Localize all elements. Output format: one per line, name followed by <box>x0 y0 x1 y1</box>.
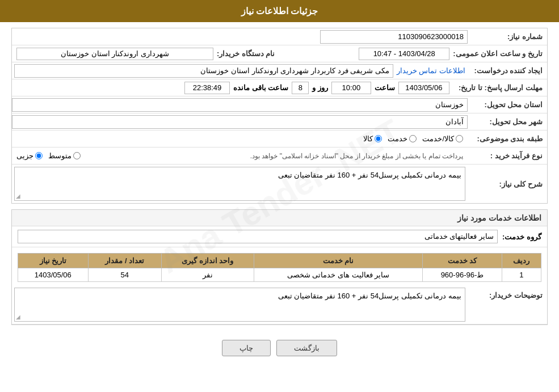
category-option-kala-khedmat-label: کالا/خدمت <box>422 134 454 143</box>
purchase-type-medium[interactable]: متوسط <box>48 151 81 160</box>
response-remaining-label: ساعت باقی مانده <box>233 83 288 92</box>
need-description-label: شرح کلی نیاز: <box>468 178 547 191</box>
page-container: جزئیات اطلاعات نیاز شماره نیاز: 11030906… <box>0 0 559 392</box>
cell-date: 1403/05/06 <box>18 268 89 282</box>
services-table: ردیف کد خدمت نام خدمت واحد اندازه گیری ت… <box>18 253 541 282</box>
creator-row: ایجاد کننده درخواست: اطلاعات تماس خریدار… <box>12 62 547 79</box>
need-description-value: بیمه درمانی تکمیلی پرسنل54 نفر + 160 نفر… <box>14 167 465 201</box>
col-service-name: نام خدمت <box>254 254 422 268</box>
delivery-city-label: شهر محل تحویل: <box>468 115 547 128</box>
col-quantity: تعداد / مقدار <box>88 254 161 268</box>
col-date: تاریخ نیاز <box>18 254 89 268</box>
category-option-kala-label: کالا <box>363 134 373 143</box>
service-group-value: سایر فعالیتهای خدماتی <box>18 230 498 243</box>
resize-handle[interactable]: ◢ <box>16 193 20 199</box>
response-remaining-value: 22:38:49 <box>184 82 230 94</box>
delivery-city-row: شهر محل تحویل: آبادان <box>12 113 547 130</box>
category-label: طبقه بندی موضوعی: <box>468 132 547 145</box>
page-header: جزئیات اطلاعات نیاز <box>0 0 559 22</box>
buyer-notes-row: توضیحات خریدار: بیمه درمانی تکمیلی پرسنل… <box>12 285 547 324</box>
need-number-label: شماره نیاز: <box>468 30 547 43</box>
response-days-value: 8 <box>292 82 309 94</box>
action-buttons: بازگشت چاپ <box>11 331 548 365</box>
date-label: تاریخ و ساعت اعلان عمومی: <box>453 49 543 58</box>
response-time-label: ساعت <box>375 83 395 92</box>
category-option-kala[interactable]: کالا <box>363 134 382 143</box>
main-info-section: شماره نیاز: 1103090623000018 تاریخ و ساع… <box>11 28 548 204</box>
buyer-org-value: شهرداری اروندکنار استان خوزستان <box>16 48 213 60</box>
purchase-type-row: نوع فرآیند خرید : پرداخت تمام یا بخشی از… <box>12 147 547 165</box>
purchase-type-partial-label: جزیی <box>16 151 33 160</box>
date-value: 1403/04/28 - 10:47 <box>359 48 449 60</box>
buyer-notes-value-container: بیمه درمانی تکمیلی پرسنل54 نفر + 160 نفر… <box>12 285 468 324</box>
delivery-province-value: خوزستان <box>12 98 468 112</box>
delivery-province-row: استان محل تحویل: خوزستان <box>12 96 547 113</box>
delivery-province-label: استان محل تحویل: <box>468 98 547 111</box>
services-section: اطلاعات خدمات مورد نیاز گروه خدمت: سایر … <box>11 209 548 325</box>
buyer-notes-label: توضیحات خریدار: <box>468 285 547 303</box>
category-row: طبقه بندی موضوعی: کالا/خدمت خدمت کالا <box>12 130 547 147</box>
category-option-khedmat-label: خدمت <box>388 134 407 143</box>
services-table-container: ردیف کد خدمت نام خدمت واحد اندازه گیری ت… <box>12 247 547 285</box>
back-button[interactable]: بازگشت <box>276 340 337 356</box>
need-description-row: شرح کلی نیاز: بیمه درمانی تکمیلی پرسنل54… <box>12 165 547 203</box>
response-deadline-label: مهلت ارسال پاسخ: تا تاریخ: <box>454 81 547 94</box>
response-date-value: 1403/05/06 <box>398 82 449 94</box>
buyer-notes-value: بیمه درمانی تکمیلی پرسنل54 نفر + 160 نفر… <box>14 288 465 322</box>
resize-handle-2[interactable]: ◢ <box>16 314 20 320</box>
category-radio-group: کالا/خدمت خدمت کالا <box>12 132 468 145</box>
creator-value: مکی شریفی فرد کاربردار شهرداری اروندکنار… <box>14 64 393 78</box>
col-unit: واحد اندازه گیری <box>161 254 254 268</box>
cell-service-name: سایر فعالیت های خدماتی شخصی <box>254 268 422 282</box>
response-time-value: 10:00 <box>331 82 371 94</box>
need-number-value: 1103090623000018 <box>320 30 468 44</box>
col-service-code: کد خدمت <box>423 254 502 268</box>
response-day-label: روز و <box>312 83 328 92</box>
cell-quantity: 54 <box>88 268 161 282</box>
service-group-label: گروه خدمت: <box>502 233 541 241</box>
buyer-org-label: نام دستگاه خریدار: <box>217 49 275 58</box>
cell-service-code: ط-96-96-960 <box>423 268 502 282</box>
creator-label: ایجاد کننده درخواست: <box>468 64 547 77</box>
table-row: 1 ط-96-96-960 سایر فعالیت های خدماتی شخص… <box>18 268 541 282</box>
category-option-kala-khedmat[interactable]: کالا/خدمت <box>422 134 463 143</box>
category-option-khedmat[interactable]: خدمت <box>388 134 417 143</box>
print-button[interactable]: چاپ <box>222 340 271 356</box>
services-section-title: اطلاعات خدمات مورد نیاز <box>12 210 547 226</box>
purchase-type-note: پرداخت تمام یا بخشی از مبلغ خریدار از مح… <box>86 152 463 160</box>
contact-link[interactable]: اطلاعات تماس خریدار <box>397 66 465 75</box>
service-group-row: گروه خدمت: سایر فعالیتهای خدماتی <box>12 226 547 247</box>
col-row-num: ردیف <box>502 254 541 268</box>
cell-row-num: 1 <box>502 268 541 282</box>
purchase-type-label: نوع فرآیند خرید : <box>468 149 547 162</box>
purchase-type-medium-label: متوسط <box>48 151 72 160</box>
need-number-row: شماره نیاز: 1103090623000018 <box>12 28 547 45</box>
purchase-type-partial[interactable]: جزیی <box>16 151 43 160</box>
page-title: جزئیات اطلاعات نیاز <box>241 6 318 16</box>
response-deadline-row: مهلت ارسال پاسخ: تا تاریخ: 1403/05/06 سا… <box>12 79 547 96</box>
delivery-city-value: آبادان <box>12 115 468 129</box>
content-area: شماره نیاز: 1103090623000018 تاریخ و ساع… <box>0 22 559 371</box>
buyer-org-row: تاریخ و ساعت اعلان عمومی: 1403/04/28 - 1… <box>12 45 547 62</box>
cell-unit: نفر <box>161 268 254 282</box>
